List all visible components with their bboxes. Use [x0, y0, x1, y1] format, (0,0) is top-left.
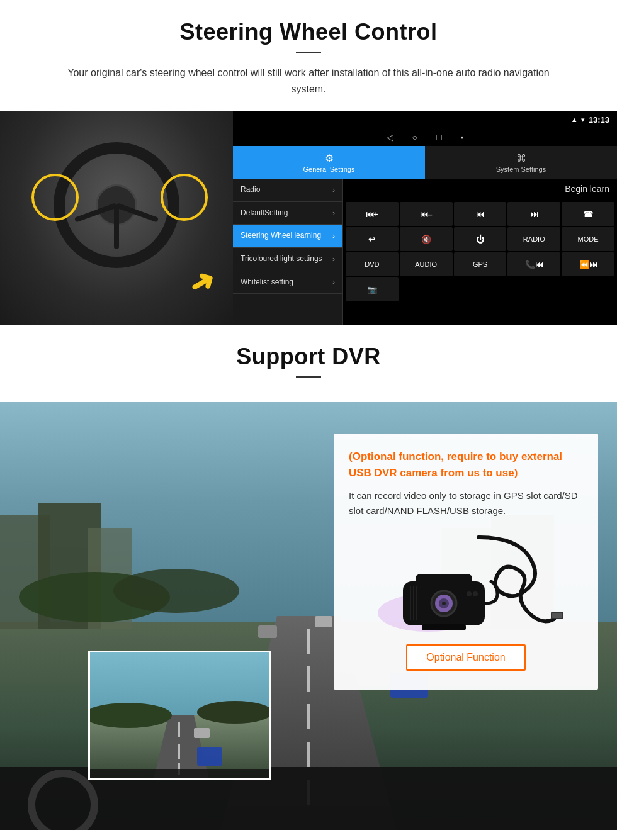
camera-view	[90, 652, 269, 778]
dvr-background-photo: (Optional function, require to buy exter…	[0, 402, 617, 830]
spoke-right	[116, 203, 159, 222]
nav-bar: ◁ ○ □ ▪	[233, 128, 617, 146]
camera-inset-preview	[88, 651, 271, 780]
ctrl-next[interactable]: ⏭	[507, 202, 560, 226]
menu-item-radio-label: Radio	[241, 185, 260, 195]
svg-point-14	[113, 569, 239, 613]
statusbar-icons: ▲ ▾	[571, 116, 585, 124]
recent-icon[interactable]: □	[436, 132, 441, 142]
svg-point-42	[473, 591, 478, 596]
svg-rect-5	[307, 704, 310, 729]
dvr-title-divider	[296, 376, 321, 378]
system-settings-icon: ⌘	[516, 152, 526, 164]
ctrl-rewind-ff[interactable]: ⏪⏭	[562, 252, 614, 276]
ctrl-audio[interactable]: AUDIO	[400, 252, 453, 276]
home-icon[interactable]: ○	[412, 132, 417, 142]
dvr-title-area: Support DVR	[0, 325, 617, 402]
menu-item-default[interactable]: DefaultSetting ›	[233, 202, 342, 225]
tab-general-label: General Settings	[303, 165, 355, 173]
steering-section: Steering Wheel Control Your original car…	[0, 0, 617, 97]
steering-photo: ➜	[0, 111, 233, 325]
svg-rect-16	[315, 616, 332, 627]
steering-bg: ➜	[0, 111, 233, 325]
menu-item-default-label: DefaultSetting	[241, 208, 288, 218]
spoke-left	[74, 203, 118, 222]
menu-area: Radio › DefaultSetting › Steering Wheel …	[233, 179, 617, 325]
chevron-icon: ›	[332, 186, 335, 194]
svg-rect-3	[307, 629, 310, 654]
chevron-icon: ›	[332, 209, 335, 218]
svg-rect-24	[178, 722, 180, 737]
control-grid: ⏮+ ⏮– ⏮ ⏭ ☎ ↩ 🔇 ⏻ RADIO MODE DVD AUDIO G…	[343, 199, 617, 304]
title-divider	[296, 52, 321, 53]
svg-rect-31	[90, 769, 271, 780]
inset-scene-svg	[90, 652, 271, 780]
dvr-info-card: (Optional function, require to buy exter…	[334, 434, 598, 690]
ctrl-back[interactable]: ↩	[346, 227, 399, 251]
svg-rect-34	[552, 613, 562, 618]
settings-tabs: ⚙ General Settings ⌘ System Settings	[233, 146, 617, 179]
menu-item-tricolour[interactable]: Tricoloured light settings ›	[233, 248, 342, 271]
menu-item-radio[interactable]: Radio ›	[233, 179, 342, 202]
back-icon[interactable]: ◁	[387, 132, 393, 142]
tab-system[interactable]: ⌘ System Settings	[425, 146, 617, 179]
menu-icon[interactable]: ▪	[460, 132, 463, 142]
general-settings-icon: ⚙	[325, 152, 334, 164]
content-right: Begin learn ⏮+ ⏮– ⏮ ⏭ ☎ ↩ 🔇 ⏻ RADIO MODE…	[343, 179, 617, 325]
dvr-section: Support DVR	[0, 325, 617, 830]
chevron-icon: ›	[332, 255, 335, 264]
ctrl-vol-up[interactable]: ⏮+	[346, 202, 399, 226]
svg-rect-36	[416, 574, 472, 586]
svg-point-41	[467, 591, 472, 596]
svg-point-28	[197, 701, 271, 724]
chevron-icon: ›	[332, 277, 335, 286]
svg-rect-46	[422, 624, 466, 630]
svg-rect-6	[307, 742, 310, 767]
yellow-circle-left	[31, 174, 79, 221]
menu-item-steering-label: Steering Wheel learning	[241, 231, 321, 241]
section-subtitle: Your original car's steering wheel contr…	[50, 65, 567, 97]
ctrl-dvd[interactable]: DVD	[346, 252, 399, 276]
signal-icon: ▲	[571, 116, 578, 123]
ctrl-mode[interactable]: MODE	[562, 227, 614, 251]
dvr-title: Support DVR	[25, 344, 592, 370]
ctrl-mute[interactable]: 🔇	[400, 227, 453, 251]
dvr-product-image	[349, 531, 583, 632]
ctrl-gps[interactable]: GPS	[454, 252, 507, 276]
page-title: Steering Wheel Control	[25, 19, 592, 45]
ctrl-vol-down[interactable]: ⏮–	[400, 202, 453, 226]
ctrl-phone-prev[interactable]: 📞⏮	[507, 252, 560, 276]
statusbar-time: 13:13	[589, 115, 609, 125]
chevron-icon: ›	[332, 232, 335, 240]
menu-item-whitelist-label: Whitelist setting	[241, 277, 293, 288]
svg-point-40	[442, 602, 446, 605]
svg-rect-15	[258, 625, 277, 638]
dvr-camera-svg	[353, 531, 579, 632]
spoke-bottom	[114, 205, 119, 249]
svg-rect-30	[197, 747, 222, 766]
dvr-optional-text: (Optional function, require to buy exter…	[349, 449, 583, 481]
dvr-description: It can record video only to storage in G…	[349, 488, 583, 518]
device-mockup: ➜ ▲ ▾ 13:13 ◁ ○ □ ▪ ⚙ General Settings	[0, 111, 617, 325]
ctrl-prev[interactable]: ⏮	[454, 202, 507, 226]
svg-rect-25	[178, 744, 180, 759]
menu-item-tricolour-label: Tricoloured light settings	[241, 254, 322, 264]
arrow-indicator: ➜	[182, 260, 222, 303]
ctrl-phone[interactable]: ☎	[562, 202, 614, 226]
ctrl-camera[interactable]: 📷	[346, 277, 399, 301]
menu-list: Radio › DefaultSetting › Steering Wheel …	[233, 179, 343, 325]
begin-learn-button[interactable]: Begin learn	[565, 184, 609, 194]
svg-rect-4	[307, 666, 310, 692]
tab-general[interactable]: ⚙ General Settings	[233, 146, 425, 179]
statusbar: ▲ ▾ 13:13	[233, 111, 617, 128]
ctrl-power[interactable]: ⏻	[454, 227, 507, 251]
wifi-icon: ▾	[581, 116, 585, 124]
ctrl-radio[interactable]: RADIO	[507, 227, 560, 251]
svg-rect-29	[194, 728, 210, 738]
menu-item-whitelist[interactable]: Whitelist setting ›	[233, 271, 342, 294]
menu-item-steering[interactable]: Steering Wheel learning ›	[233, 225, 342, 248]
optional-function-button[interactable]: Optional Function	[406, 644, 525, 671]
begin-learn-row: Begin learn	[343, 179, 617, 199]
android-panel: ▲ ▾ 13:13 ◁ ○ □ ▪ ⚙ General Settings ⌘ S…	[233, 111, 617, 325]
tab-system-label: System Settings	[496, 165, 546, 173]
